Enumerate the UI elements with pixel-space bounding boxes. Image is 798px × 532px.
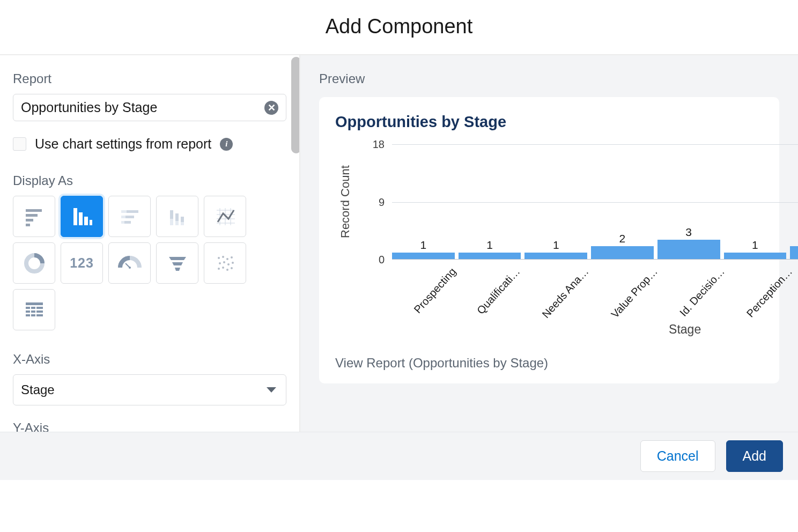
svg-line-29 — [125, 263, 130, 268]
view-report-link[interactable]: View Report (Opportunities by Stage) — [335, 356, 763, 371]
plot-grid: 18 9 0 1112312218 — [358, 144, 798, 260]
display-metric-icon[interactable]: 123 — [61, 242, 103, 284]
config-panel: Report ✕ Use chart settings from report … — [0, 55, 300, 432]
svg-rect-49 — [26, 311, 30, 313]
svg-rect-13 — [121, 221, 124, 224]
svg-marker-30 — [169, 257, 186, 260]
x-category-label: Needs Ana… — [518, 264, 583, 320]
svg-rect-48 — [36, 307, 43, 309]
bar-rect[interactable] — [724, 253, 787, 259]
bar-rect[interactable] — [591, 246, 654, 259]
svg-rect-6 — [84, 217, 88, 225]
svg-point-34 — [222, 256, 224, 258]
bar-rect[interactable] — [524, 253, 587, 259]
clear-report-icon[interactable]: ✕ — [264, 101, 278, 115]
display-donut-icon[interactable] — [13, 242, 55, 284]
svg-rect-12 — [121, 216, 125, 218]
bar-value-label: 1 — [553, 239, 559, 252]
scrollbar-thumb[interactable] — [291, 57, 300, 153]
svg-rect-51 — [36, 311, 43, 313]
display-stacked-hbar-icon[interactable] — [108, 196, 151, 237]
display-funnel-icon[interactable] — [156, 242, 198, 284]
x-category-label: Value Prop… — [587, 264, 652, 320]
yaxis-label: Y-Axis — [13, 420, 286, 432]
bar-rect[interactable] — [790, 246, 798, 259]
svg-point-37 — [219, 262, 221, 264]
svg-point-36 — [231, 256, 233, 258]
use-chart-settings-label: Use chart settings from report — [35, 136, 211, 152]
add-button[interactable]: Add — [726, 440, 783, 472]
bar-value-label: 1 — [486, 239, 493, 252]
bar-col: 1 — [459, 144, 521, 259]
svg-rect-11 — [121, 210, 127, 213]
preview-card: Opportunities by Stage Record Count 18 9… — [319, 97, 779, 383]
chart-title: Opportunities by Stage — [335, 113, 763, 131]
plot-area: 18 9 0 1112312218 ProspectingQualificati… — [352, 144, 798, 343]
svg-rect-50 — [31, 311, 35, 313]
svg-point-39 — [227, 263, 230, 265]
display-horizontal-bar-icon[interactable] — [13, 196, 55, 237]
report-input[interactable] — [21, 100, 264, 115]
bar-rect[interactable] — [392, 253, 455, 259]
display-table-icon[interactable] — [13, 289, 55, 330]
y-axis-label: Record Count — [335, 144, 352, 260]
x-category-label: Id. Decisio… — [656, 264, 719, 320]
cancel-button[interactable]: Cancel — [640, 440, 715, 472]
svg-rect-5 — [79, 212, 83, 225]
bar-col: 1 — [524, 144, 587, 259]
chart-area: Record Count 18 9 0 1112312218 Prospecti… — [335, 144, 763, 343]
y-ticks: 18 9 0 — [358, 144, 390, 260]
x-category-label: Perception… — [723, 264, 787, 320]
bar-value-label: 2 — [619, 232, 626, 245]
display-as-label: Display As — [13, 173, 286, 188]
x-category-label: Prospecting — [392, 264, 451, 320]
bar-value-label: 1 — [752, 239, 758, 252]
svg-rect-2 — [26, 219, 33, 221]
preview-panel: Preview Opportunities by Stage Record Co… — [300, 55, 798, 432]
bar-rect[interactable] — [657, 240, 720, 259]
content-area: Report ✕ Use chart settings from report … — [0, 55, 798, 432]
svg-rect-3 — [26, 224, 30, 226]
modal-footer: Cancel Add — [0, 432, 798, 480]
svg-point-35 — [226, 258, 228, 260]
x-category-label: Qualificati… — [455, 264, 515, 320]
display-stacked-vbar-icon[interactable] — [156, 196, 198, 237]
svg-point-33 — [218, 257, 220, 259]
xaxis-select-value: Stage — [21, 382, 55, 397]
bar-rect[interactable] — [459, 253, 521, 259]
display-scatter-icon[interactable] — [204, 242, 246, 284]
use-chart-settings-row: Use chart settings from report i — [13, 136, 286, 152]
display-gauge-icon[interactable] — [108, 242, 151, 284]
svg-rect-7 — [90, 220, 92, 225]
report-input-combo[interactable]: ✕ — [13, 94, 286, 121]
svg-point-40 — [232, 262, 234, 264]
svg-point-42 — [222, 267, 224, 269]
svg-point-44 — [231, 267, 233, 269]
bar-value-label: 3 — [685, 226, 692, 239]
svg-rect-53 — [31, 314, 35, 316]
bar-col: 2 — [591, 144, 654, 259]
report-field-label: Report — [13, 71, 286, 86]
display-line-icon[interactable] — [204, 196, 246, 237]
xaxis-select[interactable]: Stage — [13, 374, 286, 405]
use-chart-settings-checkbox[interactable] — [13, 137, 26, 151]
bar-col: 2 — [790, 144, 798, 259]
svg-rect-52 — [26, 314, 30, 316]
svg-rect-45 — [26, 302, 43, 305]
svg-rect-46 — [26, 307, 30, 309]
x-axis-label: Stage — [385, 322, 798, 337]
bar-col: 1 — [724, 144, 787, 259]
svg-point-38 — [223, 261, 225, 263]
preview-section-label: Preview — [319, 71, 779, 86]
modal-title: Add Component — [0, 0, 798, 54]
display-vertical-bar-icon[interactable] — [61, 196, 103, 237]
bar-value-label: 1 — [420, 239, 427, 252]
info-icon[interactable]: i — [220, 138, 233, 151]
display-as-grid: 123 — [13, 196, 286, 330]
x-labels-row: ProspectingQualificati…Needs Ana…Value P… — [392, 264, 798, 320]
y-tick-0: 0 — [379, 254, 385, 266]
svg-rect-17 — [170, 219, 173, 225]
y-tick-18: 18 — [373, 138, 385, 151]
svg-rect-47 — [31, 307, 35, 309]
svg-rect-19 — [181, 222, 184, 225]
